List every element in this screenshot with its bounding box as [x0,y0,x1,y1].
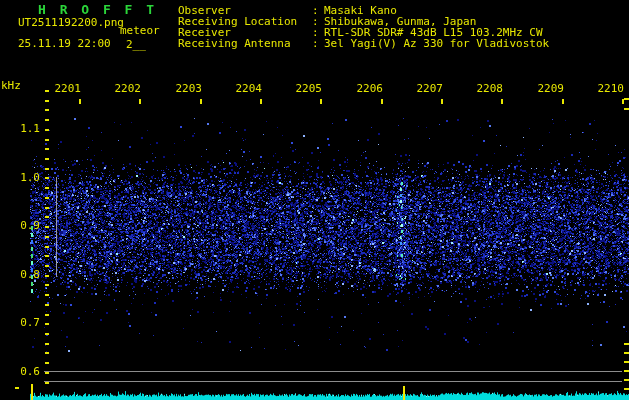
freq-tick-label-0.8: 0.8 [2,269,40,280]
freq-tick-label-1.0: 1.0 [2,172,40,183]
freq-tick-label-0.6: 0.6 [2,366,40,377]
time-tick-label-2208: 2208 [473,83,503,94]
echo-count: 2__ [126,39,146,50]
freq-tick-label-0.9: 0.9 [2,220,40,231]
spectrogram-canvas [0,0,629,400]
time-tick-label-2205: 2205 [292,83,322,94]
freq-tick-label-1.1: 1.1 [2,123,40,134]
freq-axis-unit: kHz [1,80,21,91]
time-tick-label-2210: 2210 [594,83,624,94]
app-title: H R O F F T [38,3,157,16]
time-tick-label-2202: 2202 [111,83,141,94]
info-label-3: Receiving Antenna [178,38,312,49]
time-tick-label-2206: 2206 [353,83,383,94]
time-tick-label-2203: 2203 [172,83,202,94]
time-tick-label-2201: 2201 [51,83,81,94]
observation-datetime: 25.11.19 22:00 [18,38,111,49]
time-tick-label-2204: 2204 [232,83,262,94]
hrofft-screen: H R O F F T UT2511192200.png meteor 25.1… [0,0,629,400]
info-colon-3: : [312,38,319,49]
freq-tick-label-0.7: 0.7 [2,317,40,328]
output-filename: UT2511192200.png [18,17,124,28]
info-value-3: 3el Yagi(V) Az 330 for Vladivostok [324,38,549,49]
observation-comment: meteor [120,25,160,36]
time-tick-label-2207: 2207 [413,83,443,94]
time-tick-label-2209: 2209 [534,83,564,94]
